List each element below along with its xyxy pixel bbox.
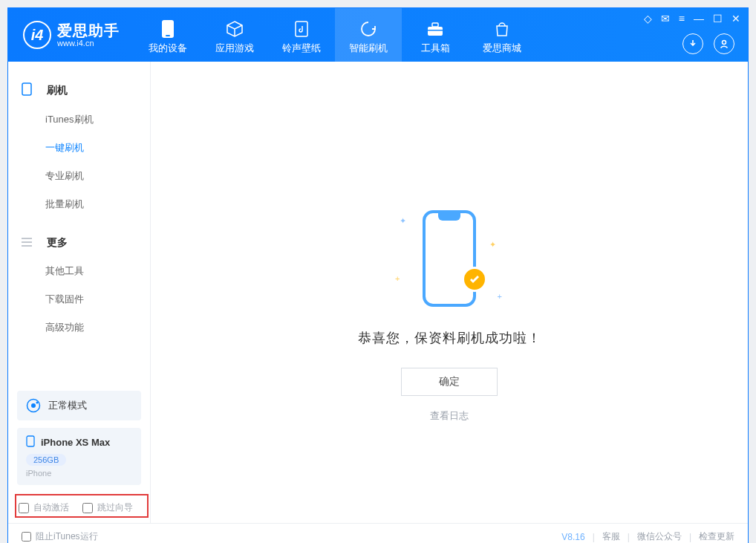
feedback-icon[interactable]: ✉	[661, 13, 670, 25]
top-nav-tabs: 我的设备 应用游戏 铃声壁纸 智能刷机 工具箱 爱思商城	[134, 8, 535, 62]
toolbox-icon	[426, 20, 444, 38]
footer-link-cs[interactable]: 客服	[602, 530, 620, 543]
device-type: iPhone	[26, 469, 132, 478]
svg-rect-3	[428, 27, 443, 36]
music-file-icon	[293, 20, 310, 38]
svg-rect-2	[296, 22, 307, 36]
app-window: i4 爱思助手 www.i4.cn 我的设备 应用游戏 铃声壁纸 智能刷机	[7, 7, 749, 543]
menu-icon[interactable]: ≡	[679, 13, 685, 25]
skip-guide-checkbox[interactable]	[82, 503, 93, 513]
refresh-shield-icon	[359, 20, 377, 38]
footer-link-wechat[interactable]: 微信公众号	[637, 530, 682, 543]
sparkle-icon: ✦	[400, 216, 406, 226]
block-itunes-checkbox[interactable]	[22, 532, 31, 542]
device-info-box[interactable]: iPhone XS Max 256GB iPhone	[17, 428, 141, 485]
options-row: 自动激活 跳过向导	[8, 492, 150, 523]
app-subtitle: www.i4.cn	[57, 39, 120, 48]
main-content: ✦ ✦ + + 恭喜您，保资料刷机成功啦！ 确定 查看日志	[151, 62, 748, 523]
sidebar-item-itunes-flash[interactable]: iTunes刷机	[8, 105, 150, 134]
phone-icon	[159, 20, 177, 38]
svg-rect-5	[428, 30, 443, 31]
svg-rect-1	[166, 35, 170, 36]
block-itunes-option[interactable]: 阻止iTunes运行	[22, 530, 98, 543]
auto-activate-checkbox[interactable]	[19, 503, 29, 513]
sidebar-item-other-tools[interactable]: 其他工具	[8, 257, 150, 285]
minimize-button[interactable]: —	[694, 13, 704, 25]
maximize-button[interactable]: ☐	[713, 13, 723, 25]
sparkle-icon: +	[498, 292, 502, 301]
device-phone-icon	[26, 435, 35, 449]
result-message: 恭喜您，保资料刷机成功啦！	[358, 329, 541, 347]
svg-point-10	[36, 402, 39, 404]
svg-point-9	[31, 403, 36, 408]
app-title: 爱思助手	[57, 22, 120, 39]
sidebar-item-batch-flash[interactable]: 批量刷机	[8, 190, 150, 218]
sidebar-nav: 刷机 iTunes刷机 一键刷机 专业刷机 批量刷机 更多 其他工具 下载固件 …	[8, 62, 150, 383]
sidebar-device-panel: 正常模式 iPhone XS Max 256GB iPhone	[8, 383, 150, 492]
sidebar-section-flash: 刷机	[8, 75, 150, 105]
checkmark-badge-icon	[462, 267, 487, 292]
sidebar-item-one-click-flash[interactable]: 一键刷机	[8, 134, 150, 162]
sidebar-section-more: 更多	[8, 229, 150, 257]
app-logo-icon: i4	[23, 21, 51, 49]
sparkle-icon: +	[395, 274, 400, 283]
phone-outline-icon	[423, 210, 476, 307]
download-button[interactable]	[682, 33, 703, 54]
svg-point-6	[723, 41, 726, 45]
version-label: V8.16	[561, 532, 584, 542]
device-mode-label: 正常模式	[48, 399, 87, 412]
sparkle-icon: ✦	[489, 240, 496, 250]
device-mode-box[interactable]: 正常模式	[17, 391, 141, 420]
tab-app-games[interactable]: 应用游戏	[201, 8, 268, 62]
option-auto-activate[interactable]: 自动激活	[19, 501, 69, 514]
body: 刷机 iTunes刷机 一键刷机 专业刷机 批量刷机 更多 其他工具 下载固件 …	[8, 62, 748, 523]
user-button[interactable]	[714, 33, 734, 54]
header: i4 爱思助手 www.i4.cn 我的设备 应用游戏 铃声壁纸 智能刷机	[8, 8, 748, 62]
svg-rect-7	[22, 83, 31, 95]
window-controls: ◇ ✉ ≡ — ☐ ✕	[644, 13, 740, 25]
bag-icon	[493, 20, 511, 38]
svg-rect-4	[432, 23, 438, 27]
svg-rect-11	[27, 436, 34, 446]
tab-store[interactable]: 爱思商城	[469, 8, 535, 62]
device-name: iPhone XS Max	[41, 437, 110, 448]
cube-icon	[226, 20, 244, 38]
header-right-icons	[682, 33, 734, 54]
ok-button[interactable]: 确定	[401, 368, 498, 396]
tab-toolbox[interactable]: 工具箱	[402, 8, 469, 62]
tab-smart-flash[interactable]: 智能刷机	[335, 8, 402, 62]
sidebar: 刷机 iTunes刷机 一键刷机 专业刷机 批量刷机 更多 其他工具 下载固件 …	[8, 62, 151, 523]
device-small-icon	[22, 82, 39, 98]
footer-right: V8.16 | 客服 | 微信公众号 | 检查更新	[561, 530, 734, 543]
sidebar-item-advanced[interactable]: 高级功能	[8, 313, 150, 342]
device-storage-badge: 256GB	[26, 454, 66, 466]
sidebar-item-pro-flash[interactable]: 专业刷机	[8, 162, 150, 190]
tab-ringtones[interactable]: 铃声壁纸	[268, 8, 335, 62]
result-area: ✦ ✦ + + 恭喜您，保资料刷机成功啦！ 确定 查看日志	[358, 203, 541, 423]
view-log-link[interactable]: 查看日志	[430, 409, 469, 423]
tab-my-device[interactable]: 我的设备	[134, 8, 201, 62]
normal-mode-icon	[26, 398, 41, 413]
tshirt-icon[interactable]: ◇	[644, 13, 652, 25]
footer: 阻止iTunes运行 V8.16 | 客服 | 微信公众号 | 检查更新	[8, 523, 748, 543]
logo-block: i4 爱思助手 www.i4.cn	[8, 21, 134, 49]
sidebar-item-download-firmware[interactable]: 下载固件	[8, 285, 150, 313]
option-skip-guide[interactable]: 跳过向导	[82, 501, 133, 514]
footer-link-update[interactable]: 检查更新	[699, 530, 734, 543]
close-button[interactable]: ✕	[731, 13, 740, 25]
success-illustration: ✦ ✦ + +	[386, 203, 512, 314]
list-icon	[22, 237, 39, 249]
